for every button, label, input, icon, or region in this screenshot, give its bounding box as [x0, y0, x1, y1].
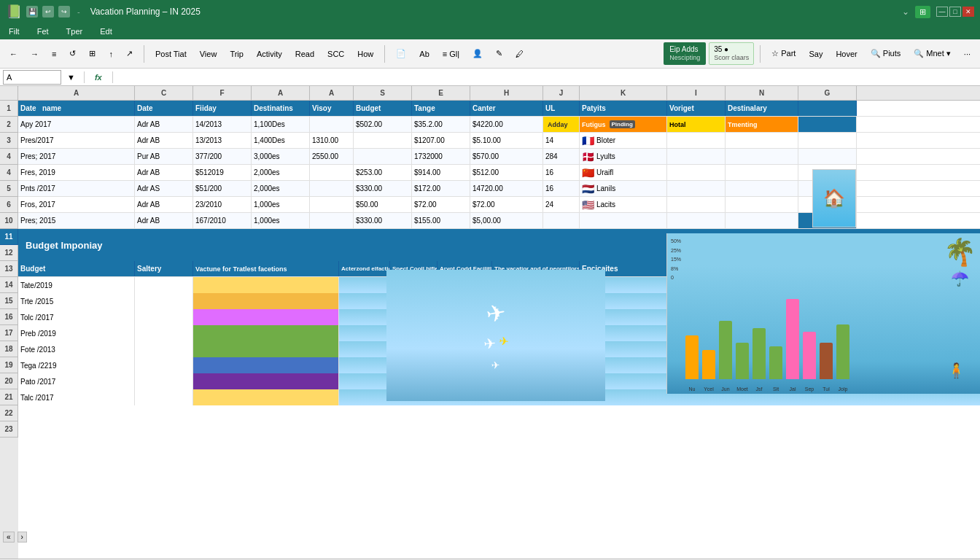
cell-c4a[interactable]: Pur AB	[135, 149, 193, 164]
row-header-10[interactable]: 10	[0, 213, 18, 229]
cell-a25[interactable]	[310, 181, 354, 196]
cell-f5[interactable]: $51/200	[193, 181, 252, 196]
header-ul[interactable]: UL	[543, 101, 580, 116]
cell-n3[interactable]	[726, 133, 798, 148]
cell-l5[interactable]	[667, 181, 726, 196]
cell-s10[interactable]: $330.00	[354, 213, 412, 228]
read-button[interactable]: Read	[290, 44, 319, 64]
header-extra[interactable]	[798, 101, 857, 116]
draw-button[interactable]: 🖊	[510, 44, 529, 64]
cell-e6[interactable]: $72.00	[412, 197, 470, 212]
budget-cell-a3[interactable]: Tolc /2017	[18, 309, 135, 325]
col-header-g[interactable]: G	[798, 86, 857, 100]
minimize-button[interactable]: —	[936, 7, 948, 17]
cell-j6[interactable]: 24	[543, 197, 580, 212]
cell-k3[interactable]: 🇫🇷Bloter	[580, 133, 667, 148]
budget-cell-c1[interactable]	[135, 277, 193, 293]
col-header-l[interactable]: I	[667, 86, 726, 100]
piuts-button[interactable]: 🔍 Piuts	[866, 44, 906, 64]
cell-a10[interactable]: Pres; 2015	[18, 213, 135, 228]
cell-a6[interactable]: Fros, 2017	[18, 197, 135, 212]
budget-col-saltery[interactable]: Saltery	[135, 261, 193, 276]
back-button[interactable]: ←	[4, 44, 23, 64]
budget-col-budget[interactable]: Budget	[18, 261, 135, 276]
cell-j2[interactable]: Adday	[543, 117, 580, 132]
cell-h4b[interactable]: $512.00	[470, 165, 543, 180]
budget-cell-c5[interactable]	[135, 341, 193, 357]
cell-l10[interactable]	[667, 213, 726, 228]
cell-l6[interactable]	[667, 197, 726, 212]
cell-c4b[interactable]: Adr AB	[135, 165, 193, 180]
close-button[interactable]: ✕	[962, 7, 974, 17]
cell-k6[interactable]: 🇺🇸Lacits	[580, 197, 667, 212]
cell-l3[interactable]	[667, 133, 726, 148]
row-header-20[interactable]: 20	[0, 373, 18, 389]
row-header-2[interactable]: 2	[0, 117, 18, 133]
hover-button[interactable]: Hover	[831, 44, 862, 64]
row-header-5[interactable]: 5	[0, 181, 18, 197]
cell-h10[interactable]: $5,00.00	[470, 213, 543, 228]
cell-h4a[interactable]: $570.00	[470, 149, 543, 164]
scc-button[interactable]: SCC	[322, 44, 349, 64]
formula-input[interactable]	[119, 70, 977, 85]
expand-icon[interactable]: ⌄	[902, 7, 909, 17]
trip-button[interactable]: Trip	[225, 44, 249, 64]
cell-e2[interactable]: $35.2.00	[412, 117, 470, 132]
budget-col-vactune[interactable]: Vactune for Tratlest facetions	[193, 261, 339, 276]
row-header-14[interactable]: 14	[0, 277, 18, 293]
budget-cell-c4[interactable]	[135, 325, 193, 341]
budget-cell-a4[interactable]: Preb /2019	[18, 325, 135, 341]
row-header-3[interactable]: 3	[0, 133, 18, 149]
redo-icon[interactable]: ↪	[58, 6, 70, 18]
file-button[interactable]: 📄	[391, 44, 411, 64]
forward-button[interactable]: →	[26, 44, 44, 64]
cell-l2[interactable]: Hotal	[667, 117, 726, 132]
cell-a24a[interactable]: 2550.00	[310, 149, 354, 164]
cell-g4a[interactable]	[798, 149, 857, 164]
cell-h2[interactable]: $4220.00	[470, 117, 543, 132]
col-header-e[interactable]: E	[412, 86, 470, 100]
cell-j4a[interactable]: 284	[543, 149, 580, 164]
menu-tper[interactable]: Tper	[63, 26, 86, 37]
say-button[interactable]: Say	[804, 44, 828, 64]
budget-cell-c2[interactable]	[135, 293, 193, 309]
prev-sheet-button[interactable]: «	[3, 532, 15, 542]
cell-s3[interactable]	[354, 133, 412, 148]
cell-k4a[interactable]: 🇩🇰Lyults	[580, 149, 667, 164]
function-button[interactable]: fx	[90, 73, 106, 82]
view-button[interactable]: View	[195, 44, 222, 64]
cell-c10[interactable]: Adr AB	[135, 213, 193, 228]
cell-n2[interactable]: Tmenting	[726, 117, 798, 132]
cell-j10[interactable]	[543, 213, 580, 228]
cell-l4b[interactable]	[667, 165, 726, 180]
header-date[interactable]: Date	[135, 101, 193, 116]
cell-aa10[interactable]: 1,000es	[252, 213, 310, 228]
header-canter[interactable]: Canter	[470, 101, 543, 116]
budget-cell-a7[interactable]: Pato /2017	[18, 373, 135, 389]
cell-j4b[interactable]: 16	[543, 165, 580, 180]
cell-n6[interactable]	[726, 197, 798, 212]
cell-k4b[interactable]: 🇨🇳Uraifl	[580, 165, 667, 180]
col-header-k[interactable]: K	[580, 86, 667, 100]
cell-j5[interactable]: 16	[543, 181, 580, 196]
cell-e4b[interactable]: $914.00	[412, 165, 470, 180]
mnet-button[interactable]: 🔍 Mnet ▾	[909, 44, 956, 64]
cell-f4a[interactable]: 377/200	[193, 149, 252, 164]
undo-icon[interactable]: ↩	[42, 6, 54, 18]
cell-c5[interactable]: Adr AS	[135, 181, 193, 196]
cell-aa2[interactable]: 1,100Des	[252, 117, 310, 132]
col-header-aa[interactable]: A	[252, 86, 310, 100]
cell-n5[interactable]	[726, 181, 798, 196]
col-header-a[interactable]: A	[18, 86, 135, 100]
col-header-j[interactable]: J	[543, 86, 580, 100]
pen-button[interactable]: ✎	[491, 44, 508, 64]
header-patyits[interactable]: Patyits	[580, 101, 667, 116]
name-box-expand[interactable]: ▼	[64, 73, 78, 82]
row-header-13[interactable]: 13	[0, 261, 18, 277]
cell-a23[interactable]: 1310.00	[310, 133, 354, 148]
row-header-16[interactable]: 16	[0, 309, 18, 325]
menu-fet[interactable]: Fet	[34, 26, 52, 37]
cell-h3[interactable]: $5.10.00	[470, 133, 543, 148]
cell-k5[interactable]: 🇳🇱Lanils	[580, 181, 667, 196]
budget-cell-a6[interactable]: Tega /2219	[18, 357, 135, 373]
